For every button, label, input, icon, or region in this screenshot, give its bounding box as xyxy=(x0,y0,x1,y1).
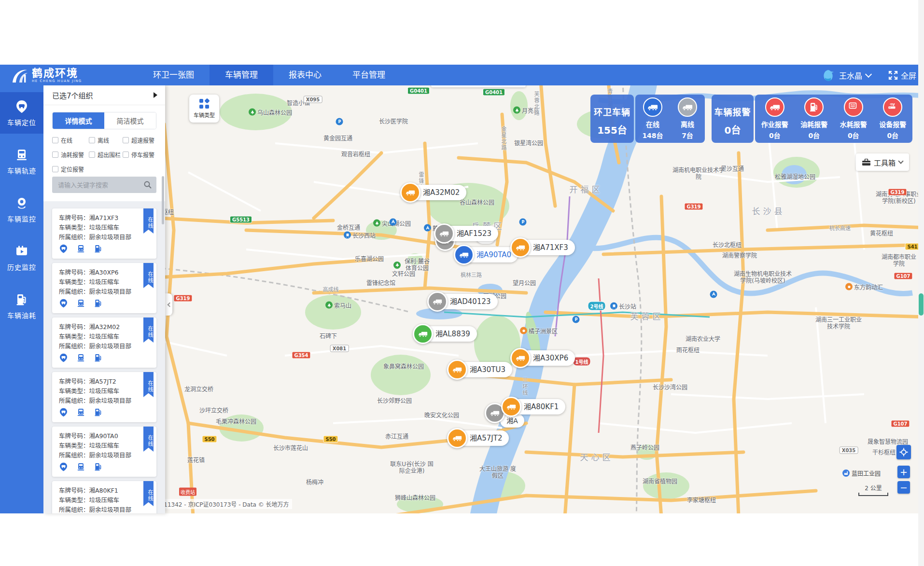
park-icon xyxy=(393,262,401,269)
chevron-down-icon[interactable] xyxy=(865,70,872,77)
tab-简洁模式[interactable]: 简洁模式 xyxy=(104,112,156,129)
track-vehicle-icon[interactable] xyxy=(76,353,85,362)
checkbox-icon[interactable] xyxy=(123,137,129,143)
filter-超出围栏[interactable]: 超出围栏 xyxy=(89,151,123,159)
expand-right-icon[interactable] xyxy=(154,92,157,98)
zoom-in-button[interactable]: + xyxy=(897,466,910,478)
search-input[interactable] xyxy=(52,181,144,189)
user-name[interactable]: 王水晶 xyxy=(839,69,862,81)
locate-vehicle-icon[interactable] xyxy=(59,462,68,471)
map-label: 谷山森林公园 xyxy=(460,198,494,206)
sidebar-item-历史监控[interactable]: 历史监控 xyxy=(0,237,43,278)
truck-icon xyxy=(643,97,662,117)
filter-停车报警[interactable]: 停车报警 xyxy=(123,151,158,159)
toolbox-icon xyxy=(862,159,870,166)
vehicle-card-湘A32M02[interactable]: 车牌号码：湘A32M02 车辆类型：垃圾压缩车 所属组织：厨余垃圾项目部 在线 xyxy=(52,318,156,368)
track-vehicle-icon[interactable] xyxy=(76,299,85,308)
truck-icon[interactable] xyxy=(501,397,521,417)
fuel-vehicle-icon[interactable] xyxy=(94,408,103,417)
panel-collapse-button[interactable] xyxy=(165,293,172,316)
filter-离线[interactable]: 离线 xyxy=(89,136,123,144)
filter-在线[interactable]: 在线 xyxy=(52,136,89,144)
checkbox-icon[interactable] xyxy=(52,137,58,143)
locate-vehicle-icon[interactable] xyxy=(59,408,68,417)
checkbox-icon[interactable] xyxy=(89,152,95,158)
checkbox-icon[interactable] xyxy=(123,152,129,158)
filter-油耗报警[interactable]: 油耗报警 xyxy=(52,151,89,159)
poi-lantian: 蓝田工业园 xyxy=(842,469,881,477)
search-icon[interactable] xyxy=(144,181,152,189)
vehicle-card-湘A57JT2[interactable]: 车牌号码：湘A57JT2 车辆类型：垃圾压缩车 所属组织：厨余垃圾项目部 在线 xyxy=(52,372,156,422)
checkbox-icon[interactable] xyxy=(52,152,58,158)
map-label: 雷锋纪念馆 xyxy=(366,278,395,287)
video-icon xyxy=(15,245,28,258)
sidebar-item-车辆轨迹[interactable]: 车辆轨迹 xyxy=(0,140,43,182)
vehicle-type: 车辆类型：垃圾压缩车 xyxy=(59,441,150,451)
list-scrollbar[interactable] xyxy=(162,176,164,224)
map-label: 石碑下 xyxy=(320,331,337,340)
nav-item-车辆管理[interactable]: 车辆管理 xyxy=(210,65,273,85)
locate-vehicle-icon[interactable] xyxy=(59,299,68,308)
road-shield: S41 xyxy=(905,243,920,250)
map-canvas[interactable]: 车辆类型 岳麓区开福区长沙县芙蓉区天心区智造小镇乌山森林公园长沙医学院黄金园互通… xyxy=(43,85,924,513)
truck-icon[interactable] xyxy=(510,237,531,258)
org-selector[interactable]: 已选7个组织 xyxy=(43,85,165,105)
vehicle-card-湘A90TA0[interactable]: 车牌号码：湘A90TA0 车辆类型：垃圾压缩车 所属组织：厨余垃圾项目部 在线 xyxy=(52,427,156,477)
truck-icon[interactable] xyxy=(510,348,531,368)
vehicle-card-湘A30XP6[interactable]: 车牌号码：湘A30XP6 车辆类型：垃圾压缩车 所属组织：厨余垃圾项目部 在线 xyxy=(52,263,156,313)
truck-icon[interactable] xyxy=(427,291,448,312)
page-scrollbar[interactable] xyxy=(918,0,924,566)
fullscreen-label[interactable]: 全屏 xyxy=(901,69,916,81)
map-attribution: 1111342 - 京ICP证030173号 - Data © 长地万方 xyxy=(154,499,292,509)
track-vehicle-icon[interactable] xyxy=(76,408,85,417)
fuel-vehicle-icon[interactable] xyxy=(94,244,103,253)
truck-icon[interactable] xyxy=(447,428,467,448)
nav-item-环卫一张图[interactable]: 环卫一张图 xyxy=(138,65,210,85)
sidebar-item-车辆定位[interactable]: 车辆定位 xyxy=(0,92,43,134)
vehicle-type-button[interactable]: 车辆类型 xyxy=(189,95,219,123)
track-vehicle-icon[interactable] xyxy=(76,244,85,253)
vehicle-org: 所属组织：厨余垃圾项目部 xyxy=(59,233,150,242)
truck-icon[interactable] xyxy=(434,223,454,244)
map-label: 长沙沙湾公园 xyxy=(653,383,687,391)
locate-vehicle-icon[interactable] xyxy=(59,353,68,362)
park-icon xyxy=(513,107,520,114)
locate-button[interactable] xyxy=(896,445,911,459)
parking-icon: P xyxy=(573,316,580,323)
toolbox-button[interactable]: 工具箱 xyxy=(856,153,909,171)
locate-vehicle-icon[interactable] xyxy=(59,244,68,253)
truck-icon[interactable] xyxy=(413,324,433,344)
track-vehicle-icon[interactable] xyxy=(76,462,85,471)
sidebar-item-车辆监控[interactable]: 车辆监控 xyxy=(0,189,43,230)
map-label: 东方韵动汇 xyxy=(845,283,883,291)
fullscreen-icon[interactable] xyxy=(888,70,898,80)
fuel-vehicle-icon[interactable] xyxy=(94,353,103,362)
nav-item-平台管理[interactable]: 平台管理 xyxy=(337,65,401,85)
fleet-title: 环卫车辆 xyxy=(590,105,634,118)
truck-icon[interactable] xyxy=(400,182,420,203)
avatar[interactable] xyxy=(821,68,835,83)
vehicle-card-湘A71XF3[interactable]: 车牌号码：湘A71XF3 车辆类型：垃圾压缩车 所属组织：厨余垃圾项目部 在线 xyxy=(52,208,156,259)
filter-超速报警[interactable]: 超速报警 xyxy=(123,136,158,144)
vehicle-org: 所属组织：厨余垃圾项目部 xyxy=(59,505,150,513)
zoom-out-button[interactable]: − xyxy=(897,481,910,494)
sidebar-item-车辆油耗[interactable]: 车辆油耗 xyxy=(0,285,43,327)
map-label: 雨花枢纽 xyxy=(676,345,700,354)
fleet-count: 155台 xyxy=(590,123,634,137)
tab-详情模式[interactable]: 详情模式 xyxy=(53,112,104,129)
checkbox-icon[interactable] xyxy=(52,166,58,172)
nav-item-报表中心[interactable]: 报表中心 xyxy=(273,65,337,85)
filter-定位报警[interactable]: 定位报警 xyxy=(52,165,89,173)
water-icon xyxy=(844,97,863,117)
park-icon xyxy=(249,109,256,116)
road-shield: G354 xyxy=(292,352,310,359)
park-icon xyxy=(325,302,333,309)
page-scrollbar-thumb[interactable] xyxy=(919,293,924,316)
map-label: 联东U谷(长沙 国际企业港) xyxy=(390,461,434,474)
vehicle-card-湘A80KF1[interactable]: 车牌号码：湘A80KF1 车辆类型：垃圾压缩车 所属组织：厨余垃圾项目部 在线 xyxy=(52,481,156,513)
fuel-vehicle-icon[interactable] xyxy=(94,299,103,308)
truck-icon[interactable] xyxy=(454,245,474,265)
truck-icon[interactable] xyxy=(447,359,467,380)
checkbox-icon[interactable] xyxy=(89,137,95,143)
fuel-vehicle-icon[interactable] xyxy=(94,462,103,471)
